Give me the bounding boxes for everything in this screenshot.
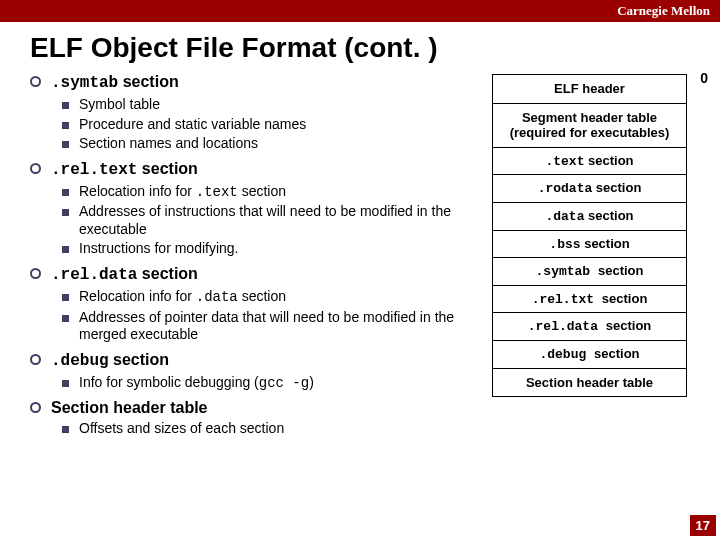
diagram-cell-mono: .symtab bbox=[536, 264, 598, 279]
diagram-cell-rest: section bbox=[594, 346, 640, 361]
diagram-cell-mono: .rel.data bbox=[528, 319, 606, 334]
sub-item: Procedure and static variable names bbox=[62, 116, 477, 134]
diagram-cell: .rel.txt section bbox=[492, 285, 687, 314]
diagram-cell: ELF header bbox=[492, 74, 687, 104]
diagram-cell-rest: section bbox=[606, 318, 652, 333]
diagram-zero-label: 0 bbox=[700, 70, 708, 86]
diagram-cell-mono: .bss bbox=[549, 237, 580, 252]
diagram-cell: Segment header table(required for execut… bbox=[492, 103, 687, 148]
slide-title: ELF Object File Format (cont. ) bbox=[0, 22, 720, 72]
square-bullet bbox=[62, 209, 69, 216]
diagram-cell-label: Section header table bbox=[526, 375, 653, 390]
top-level-item: Section header tableOffsets and sizes of… bbox=[30, 398, 477, 438]
square-bullet bbox=[62, 122, 69, 129]
sub-item: Relocation info for .text section bbox=[62, 183, 477, 202]
top-item-label: .rel.text section bbox=[51, 159, 198, 180]
square-bullet bbox=[62, 189, 69, 196]
top-item-label: Section header table bbox=[51, 398, 208, 417]
top-level-item: .rel.data sectionRelocation info for .da… bbox=[30, 264, 477, 344]
square-bullet bbox=[62, 294, 69, 301]
diagram-cell-mono: .debug bbox=[539, 347, 594, 362]
slide-content: .symtab sectionSymbol tableProcedure and… bbox=[0, 72, 720, 444]
top-level-item: .rel.text sectionRelocation info for .te… bbox=[30, 159, 477, 258]
square-bullet bbox=[62, 426, 69, 433]
diagram-cell-mono: .data bbox=[545, 209, 584, 224]
top-item-label: .symtab section bbox=[51, 72, 179, 93]
diagram-cell: .rel.data section bbox=[492, 312, 687, 341]
diagram-cell-mono: .rel.txt bbox=[532, 292, 602, 307]
sub-item-text: Instructions for modifying. bbox=[79, 240, 239, 258]
hollow-circle-bullet bbox=[30, 76, 41, 87]
diagram-cell-mono: .rodata bbox=[538, 181, 593, 196]
sub-item: Section names and locations bbox=[62, 135, 477, 153]
sub-item-text: Offsets and sizes of each section bbox=[79, 420, 284, 438]
sub-item: Addresses of instructions that will need… bbox=[62, 203, 477, 238]
hollow-circle-bullet bbox=[30, 163, 41, 174]
diagram-cell: .text section bbox=[492, 147, 687, 176]
diagram-cell-rest: section bbox=[584, 153, 633, 168]
diagram-cell-mono: .text bbox=[545, 154, 584, 169]
diagram-cell: .rodata section bbox=[492, 174, 687, 203]
sub-item-text: Symbol table bbox=[79, 96, 160, 114]
square-bullet bbox=[62, 315, 69, 322]
sub-item-text: Info for symbolic debugging (gcc -g) bbox=[79, 374, 314, 393]
square-bullet bbox=[62, 246, 69, 253]
sub-item: Addresses of pointer data that will need… bbox=[62, 309, 477, 344]
sub-item: Offsets and sizes of each section bbox=[62, 420, 477, 438]
sub-item-text: Addresses of pointer data that will need… bbox=[79, 309, 477, 344]
sub-item: Symbol table bbox=[62, 96, 477, 114]
top-level-item: .symtab sectionSymbol tableProcedure and… bbox=[30, 72, 477, 153]
top-level-item: .debug sectionInfo for symbolic debuggin… bbox=[30, 350, 477, 393]
diagram-cell-label: Segment header table(required for execut… bbox=[510, 110, 670, 141]
square-bullet bbox=[62, 141, 69, 148]
sub-item-text: Relocation info for .text section bbox=[79, 183, 286, 202]
sub-item-text: Relocation info for .data section bbox=[79, 288, 286, 307]
diagram-cell-label: ELF header bbox=[554, 81, 625, 96]
diagram-cell-rest: section bbox=[584, 208, 633, 223]
sub-item: Relocation info for .data section bbox=[62, 288, 477, 307]
diagram-cell: .bss section bbox=[492, 230, 687, 259]
top-item-label: .debug section bbox=[51, 350, 169, 371]
hollow-circle-bullet bbox=[30, 268, 41, 279]
sub-item-text: Section names and locations bbox=[79, 135, 258, 153]
bullet-column: .symtab sectionSymbol tableProcedure and… bbox=[30, 72, 482, 444]
square-bullet bbox=[62, 380, 69, 387]
hollow-circle-bullet bbox=[30, 402, 41, 413]
top-item-label: .rel.data section bbox=[51, 264, 198, 285]
diagram-cell: .symtab section bbox=[492, 257, 687, 286]
diagram-cell-rest: section bbox=[598, 263, 644, 278]
diagram-column: 0 ELF headerSegment header table(require… bbox=[492, 72, 710, 444]
diagram-cell-rest: section bbox=[592, 180, 641, 195]
sub-item-text: Addresses of instructions that will need… bbox=[79, 203, 477, 238]
diagram-cell: Section header table bbox=[492, 368, 687, 398]
diagram-cell: .debug section bbox=[492, 340, 687, 369]
sub-item: Info for symbolic debugging (gcc -g) bbox=[62, 374, 477, 393]
diagram-cell-rest: section bbox=[602, 291, 648, 306]
sub-item: Instructions for modifying. bbox=[62, 240, 477, 258]
sub-item-text: Procedure and static variable names bbox=[79, 116, 306, 134]
diagram-cell: .data section bbox=[492, 202, 687, 231]
page-number: 17 bbox=[690, 515, 716, 536]
diagram-cell-rest: section bbox=[581, 236, 630, 251]
top-bar: Carnegie Mellon bbox=[0, 0, 720, 22]
brand-label: Carnegie Mellon bbox=[617, 3, 710, 19]
elf-diagram: ELF headerSegment header table(required … bbox=[492, 74, 687, 396]
square-bullet bbox=[62, 102, 69, 109]
hollow-circle-bullet bbox=[30, 354, 41, 365]
